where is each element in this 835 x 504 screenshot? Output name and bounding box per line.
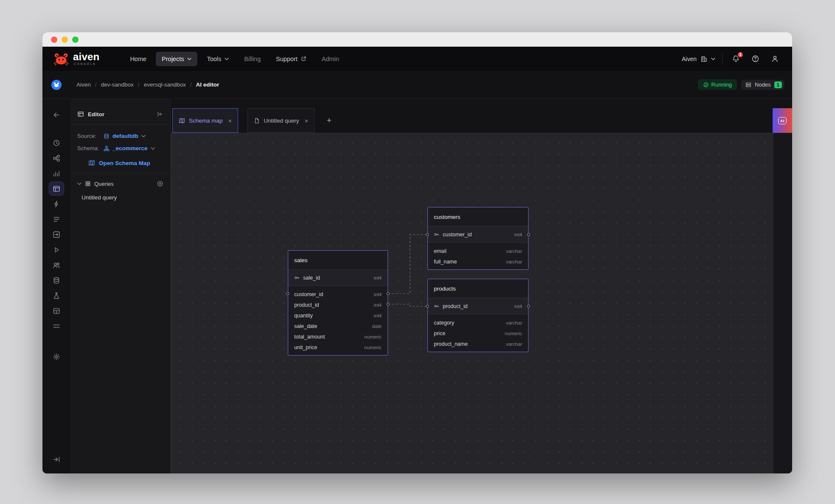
close-tab-icon[interactable]: × [228, 117, 232, 124]
sidebar-icon-logs[interactable] [49, 213, 64, 226]
connection-handle[interactable] [527, 233, 530, 236]
nav-item-home[interactable]: Home [124, 52, 152, 66]
help-button[interactable] [749, 53, 762, 65]
org-name: Aiven [682, 56, 697, 62]
aiven-logo[interactable]: aiven CONSOLE [53, 52, 99, 66]
nav-item-projects[interactable]: Projects [156, 52, 197, 66]
question-circle-icon [751, 55, 759, 63]
arrow-left-icon [53, 111, 60, 119]
ai-assistant-button[interactable]: AI [773, 108, 792, 133]
table-node-customers[interactable]: customers customer_id int4 email varchar [427, 207, 529, 270]
sidebar-icon-editor[interactable] [49, 182, 64, 195]
connection-handle[interactable] [387, 292, 390, 295]
check-circle-icon [703, 82, 709, 88]
sidebar-icon-metrics[interactable] [49, 167, 64, 180]
connection-handle[interactable] [387, 303, 390, 306]
icon-rail [42, 99, 70, 473]
schema-label: Schema: [77, 145, 99, 151]
external-link-icon [301, 56, 306, 62]
column-name: total_amount [294, 334, 325, 340]
chevron-down-icon [187, 58, 191, 60]
breadcrumb-separator: / [190, 81, 192, 88]
table-title: products [434, 286, 456, 292]
nav-item-support[interactable]: Support [270, 52, 312, 66]
right-gutter [773, 133, 792, 473]
maximize-window-button[interactable] [72, 36, 79, 43]
connection-handle[interactable] [527, 305, 530, 308]
sidebar-icon-overview[interactable] [49, 136, 64, 149]
back-button[interactable] [49, 108, 64, 121]
list-icon [53, 216, 60, 223]
sidebar-icon-users[interactable] [49, 258, 64, 272]
window-titlebar [42, 32, 792, 47]
breadcrumb-item[interactable]: Aiven [76, 81, 91, 88]
breadcrumb-item[interactable]: eversql-sandbox [144, 81, 186, 88]
column-type: int4 [374, 302, 382, 308]
schema-hierarchy-icon [104, 146, 110, 151]
queries-collapse-button[interactable] [77, 182, 82, 185]
table-node-products[interactable]: products product_id int4 category varcha… [427, 279, 529, 352]
sidebar-icon-backups[interactable] [49, 289, 64, 302]
column-type: int4 [514, 232, 522, 237]
sidebar-icon-tables[interactable] [49, 304, 64, 317]
table-column-row: quantity int4 [288, 310, 388, 321]
chevron-down-icon [141, 135, 146, 137]
brand-name: aiven [73, 52, 99, 62]
source-select[interactable]: defaultdb [104, 133, 146, 139]
column-type: int4 [374, 275, 382, 280]
notifications-button[interactable]: 1 [729, 53, 742, 65]
add-query-button[interactable] [157, 180, 163, 187]
sidebar-icon-quick[interactable] [49, 197, 64, 210]
table-column-row: sale_date date [288, 321, 388, 331]
connection-handle[interactable] [287, 292, 290, 295]
open-map-section: Open Schema Map [70, 154, 170, 174]
collapse-panel-button[interactable] [157, 111, 163, 118]
sidebar-icon-streams[interactable] [49, 319, 64, 333]
connection-handle[interactable] [426, 233, 429, 236]
file-icon [254, 118, 260, 124]
sidebar-icon-services[interactable] [49, 151, 64, 165]
nav-item-admin[interactable]: Admin [316, 52, 345, 66]
source-row: Source: defaultdb [70, 130, 170, 142]
circle-plus-icon [157, 180, 163, 187]
source-label: Source: [77, 133, 99, 139]
close-tab-icon[interactable]: × [305, 117, 309, 124]
server-icon [745, 82, 751, 88]
sidebar-icon-query[interactable] [49, 243, 64, 256]
column-type: numeric [505, 331, 522, 336]
nav-item-tools[interactable]: Tools [201, 52, 235, 66]
tab-untitled-query[interactable]: Untitled query × [247, 108, 315, 133]
schema-select[interactable]: _ecommerce [104, 145, 155, 151]
column-type: numeric [364, 345, 382, 350]
project-avatar[interactable] [51, 80, 62, 90]
table-pk-row: sale_id int4 [288, 270, 388, 286]
status-badges: Running Nodes 1 [698, 79, 784, 90]
minimize-window-button[interactable] [62, 36, 68, 43]
sidebar-icon-databases[interactable] [49, 274, 64, 287]
schema-map-canvas[interactable]: sales sale_id int4 customer_id int4 [171, 133, 773, 473]
editor-panel-header: Editor [70, 99, 170, 125]
query-list-item[interactable]: Untitled query [70, 191, 170, 204]
aiven-crab-icon [53, 53, 69, 65]
settings-button[interactable] [49, 350, 64, 363]
column-type: varchar [506, 320, 522, 325]
close-window-button[interactable] [51, 36, 57, 43]
new-tab-button[interactable]: + [321, 108, 337, 133]
table-column-row: price numeric [428, 328, 528, 339]
user-menu-button[interactable] [768, 53, 781, 65]
breadcrumb-item[interactable]: dev-sandbox [101, 81, 134, 88]
table-node-sales[interactable]: sales sale_id int4 customer_id int4 [288, 250, 388, 356]
tab-schema-map[interactable]: Schema map × [172, 108, 238, 133]
table-column-row: full_name varchar [428, 256, 528, 267]
sidebar-icon-pools[interactable] [49, 228, 64, 241]
bar-chart-icon [53, 170, 60, 177]
tab-label: Untitled query [264, 118, 299, 124]
org-switcher[interactable]: Aiven [682, 56, 715, 62]
expand-sidebar-button[interactable] [49, 453, 64, 466]
open-schema-map-link[interactable]: Open Schema Map [70, 158, 170, 166]
column-name: unit_price [294, 344, 317, 350]
connection-handle[interactable] [426, 305, 429, 308]
table-column-row: total_amount numeric [288, 331, 388, 342]
nav-item-billing[interactable]: Billing [238, 52, 267, 66]
column-name: product_id [294, 302, 319, 308]
